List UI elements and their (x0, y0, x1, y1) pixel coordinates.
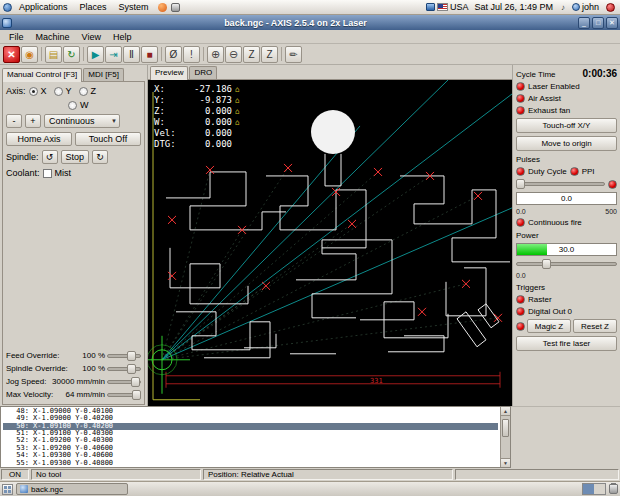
maximize-button[interactable]: □ (592, 17, 604, 29)
mist-label[interactable]: Mist (55, 168, 72, 178)
tab-manual-control[interactable]: Manual Control [F3] (2, 68, 82, 82)
file-menu[interactable]: File (3, 32, 30, 42)
spindle-override-slider[interactable] (107, 364, 141, 374)
places-menu[interactable]: Places (75, 2, 112, 12)
pulse-min-label: 0.0 (516, 208, 526, 215)
close-button[interactable]: ✕ (606, 17, 618, 29)
raster-label[interactable]: Raster (528, 295, 552, 304)
duty-cycle-label[interactable]: Duty Cycle (528, 167, 567, 176)
pulse-slider[interactable] (516, 179, 605, 189)
help-menu[interactable]: Help (107, 32, 138, 42)
spindle-forward-button[interactable]: ↻ (92, 150, 108, 164)
mist-checkbox[interactable] (43, 169, 52, 178)
stop-button[interactable]: ■ (141, 46, 158, 63)
pulse-entry[interactable]: 0.0 (516, 192, 617, 205)
block-delete-button[interactable]: Ø (165, 46, 182, 63)
browser-launcher-icon[interactable] (158, 3, 167, 12)
digital-out-label[interactable]: Digital Out 0 (528, 307, 572, 316)
clear-plot-icon: ✏ (289, 49, 297, 60)
reload-button[interactable]: ↻ (63, 46, 80, 63)
shutdown-icon[interactable] (606, 3, 615, 12)
minimize-button[interactable]: _ (578, 17, 590, 29)
tab-preview[interactable]: Preview (150, 66, 188, 80)
estop-button[interactable]: ✕ (3, 46, 20, 63)
machine-power-button[interactable]: ◉ (21, 46, 38, 63)
continuous-fire-led[interactable] (516, 218, 525, 227)
preview-canvas[interactable]: X:-27.186⌂ Y:-9.873⌂ Z:0.000⌂ W:0.000⌂ V… (148, 80, 512, 406)
raster-led[interactable] (516, 295, 525, 304)
tab-dro[interactable]: DRO (189, 66, 217, 79)
network-icon[interactable] (426, 3, 435, 11)
laser-panel: Cycle Time 0:00:36 Laser Enabled Air Ass… (512, 65, 620, 406)
open-file-button[interactable]: ▤ (45, 46, 62, 63)
power-slider[interactable] (516, 259, 617, 269)
home-axis-button[interactable]: Home Axis (6, 132, 72, 146)
magic-z-led (516, 322, 525, 331)
axis-z-radio[interactable] (79, 87, 88, 96)
duty-cycle-led[interactable] (516, 167, 525, 176)
pause-button[interactable]: Ⅱ (123, 46, 140, 63)
jog-speed-slider[interactable] (107, 377, 141, 387)
scroll-up-icon[interactable]: ▲ (501, 407, 510, 416)
continuous-fire-label[interactable]: Continuous fire (528, 218, 582, 227)
laser-enabled-label: Laser Enabled (528, 82, 580, 91)
trash-icon[interactable] (609, 484, 618, 494)
test-fire-button[interactable]: Test fire laser (516, 336, 617, 351)
run-button[interactable]: ▶ (87, 46, 104, 63)
ppi-label[interactable]: PPI (582, 167, 595, 176)
user-menu[interactable]: john (569, 2, 602, 12)
axis-x-radio[interactable] (29, 87, 38, 96)
move-to-origin-button[interactable]: Move to origin (516, 136, 617, 151)
gcode-scrollbar[interactable]: ▲ ▼ (500, 407, 510, 467)
terminal-launcher-icon[interactable] (171, 3, 180, 12)
reset-z-button[interactable]: Reset Z (573, 319, 617, 333)
scrollbar-handle[interactable] (502, 419, 509, 437)
system-menu[interactable]: System (114, 2, 154, 12)
axis-y-radio[interactable] (54, 87, 63, 96)
step-button[interactable]: ⇥ (105, 46, 122, 63)
axis-w-radio[interactable] (68, 101, 77, 110)
machine-menu[interactable]: Machine (30, 32, 76, 42)
clear-plot-button[interactable]: ✏ (285, 46, 302, 63)
keyboard-flag-icon[interactable] (437, 3, 448, 11)
distro-logo-icon (3, 3, 12, 12)
toolbar-separator (41, 47, 42, 61)
axis-w-label[interactable]: W (80, 100, 89, 110)
workspace-switcher[interactable] (582, 483, 606, 495)
taskbar-window-button[interactable]: back.ngc (16, 483, 128, 495)
spindle-stop-button[interactable]: Stop (61, 150, 90, 164)
jog-plus-button[interactable]: + (25, 114, 41, 128)
ppi-led[interactable] (570, 167, 579, 176)
view-menu[interactable]: View (76, 32, 107, 42)
applications-menu[interactable]: Applications (14, 2, 73, 12)
window-list-icon[interactable] (2, 484, 13, 495)
spindle-reverse-button[interactable]: ↺ (42, 150, 58, 164)
window-titlebar[interactable]: back.ngc - AXIS 2.5.4 on 2x Laser _ □ ✕ (0, 15, 620, 30)
scroll-down-icon[interactable]: ▼ (501, 458, 510, 467)
touch-off-xy-button[interactable]: Touch-off X/Y (516, 118, 617, 133)
block-delete-icon: Ø (170, 49, 178, 60)
tab-mdi[interactable]: MDI [F5] (83, 68, 124, 81)
digital-out-led[interactable] (516, 307, 525, 316)
clock[interactable]: Sat Jul 26, 1:49 PM (470, 2, 557, 12)
magic-z-button[interactable]: Magic Z (527, 319, 571, 333)
axis-y-label[interactable]: Y (66, 86, 72, 96)
gcode-line[interactable]: 55:X-1.09300 Y-0.40800 (3, 460, 498, 467)
axis-x-label[interactable]: X (41, 86, 47, 96)
volume-icon[interactable]: ♪ (559, 3, 567, 12)
zoom-in-button[interactable]: ⊕ (207, 46, 224, 63)
jog-minus-button[interactable]: - (6, 114, 22, 128)
axis-z-label[interactable]: Z (91, 86, 97, 96)
keyboard-layout-label[interactable]: USA (450, 2, 469, 12)
z2-view-button[interactable]: Z (261, 46, 278, 63)
jog-mode-select[interactable]: Continuous ▼ (44, 114, 120, 128)
feed-override-slider[interactable] (107, 351, 141, 361)
optional-stop-button[interactable]: ! (183, 46, 200, 63)
zoom-out-button[interactable]: ⊖ (225, 46, 242, 63)
z-view-button[interactable]: Z (243, 46, 260, 63)
max-velocity-slider[interactable] (107, 390, 141, 400)
gcode-listing[interactable]: 48:X-1.09000 Y-0.40100 49:X-1.09000 Y-0.… (0, 406, 511, 468)
touch-off-button[interactable]: Touch Off (75, 132, 141, 146)
user-avatar-icon (572, 3, 580, 11)
power-section-label: Power (516, 231, 617, 240)
